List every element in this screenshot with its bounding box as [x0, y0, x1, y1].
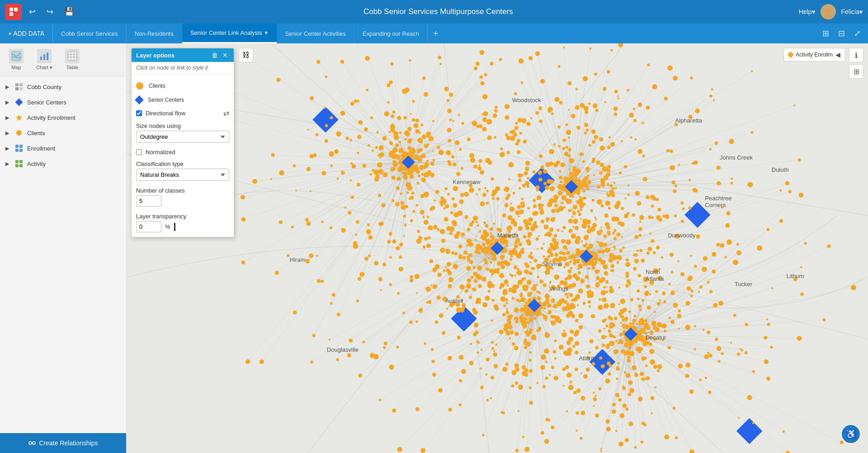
expand-arrow-clients[interactable]: ▶: [5, 130, 11, 136]
tab-cobb-senior[interactable]: Cobb Senior Services: [53, 24, 127, 43]
create-relationships-button[interactable]: Create Relationships: [0, 433, 126, 453]
relationships-icon: [28, 439, 36, 447]
svg-rect-2: [9, 12, 13, 16]
layer-options-header-buttons: 🗑 ✕: [210, 52, 229, 59]
redo-button[interactable]: ↪: [43, 5, 57, 19]
directional-flow-checkbox[interactable]: [136, 110, 142, 116]
classification-type-label: Classification type: [136, 158, 229, 169]
size-nodes-label: Size nodes using: [136, 120, 229, 131]
layer-label-enrollment: Enrollment: [27, 145, 55, 152]
tab-non-residents[interactable]: Non-Residents: [127, 24, 182, 43]
expand-button[interactable]: ⤢: [850, 27, 864, 40]
user-name[interactable]: Felicia▾: [841, 8, 863, 15]
svg-rect-7: [40, 57, 42, 60]
dropdown-arrow: ▼: [264, 30, 269, 35]
svg-point-16: [16, 130, 22, 136]
layer-label-cobb-county: Cobb County: [27, 84, 61, 90]
view-switcher: Map Chart ▾: [0, 43, 126, 76]
cobb-county-icon: [14, 82, 24, 91]
transparency-cursor: [174, 223, 175, 231]
svg-rect-9: [47, 52, 48, 60]
chart-icon: [37, 49, 52, 63]
svg-point-18: [33, 442, 35, 444]
svg-rect-10: [68, 52, 77, 61]
map-filter-button[interactable]: ⊞: [849, 64, 863, 79]
table-view-button[interactable]: Table: [61, 47, 83, 72]
main-content: Map Chart ▾: [0, 43, 868, 453]
layer-label-activity: Activity: [27, 160, 46, 167]
expand-arrow-cobb[interactable]: ▶: [5, 84, 11, 90]
svg-marker-15: [15, 114, 23, 121]
layer-item-activity[interactable]: ▶ Activity: [0, 156, 126, 171]
layer-options-panel: Layer options 🗑 ✕ Click on node or link …: [131, 48, 234, 237]
layer-item-enrollment[interactable]: ▶ Enrollment: [0, 141, 126, 156]
expand-arrow-enrollment[interactable]: ▶: [5, 146, 11, 151]
svg-point-4: [825, 7, 831, 13]
split-view-button[interactable]: ⊟: [835, 27, 849, 40]
layer-item-cobb-county[interactable]: ▶ Cobb County: [0, 79, 126, 94]
expand-arrow-activity[interactable]: ▶: [5, 161, 11, 167]
num-classes-label: Number of classes: [136, 184, 229, 195]
size-nodes-dropdown[interactable]: Outdegree Indegree Betweenness: [136, 131, 229, 143]
app-icon: [5, 4, 22, 20]
classification-type-dropdown[interactable]: Natural Breaks Equal Interval Quantile: [136, 169, 229, 181]
svg-point-17: [29, 442, 32, 444]
link-button-area: ⛓: [239, 48, 253, 62]
network-canvas: [127, 43, 868, 453]
add-tab-button[interactable]: +: [428, 24, 444, 43]
layer-label-senior-centers: Senior Centers: [27, 99, 66, 106]
expand-arrow-senior[interactable]: ▶: [5, 99, 11, 105]
normalized-checkbox[interactable]: [136, 149, 142, 155]
layer-options-body: Clients Senior Centers Directional flow …: [132, 74, 234, 237]
accessibility-button[interactable]: ♿: [841, 424, 861, 444]
size-nodes-dropdown-container: Outdegree Indegree Betweenness: [136, 131, 229, 143]
legend-diamond-icon: [788, 52, 794, 58]
enrollment-icon: [14, 144, 24, 153]
left-sidebar: Map Chart ▾: [0, 43, 127, 453]
num-classes-input[interactable]: [136, 195, 161, 207]
map-icon: [9, 49, 24, 63]
layer-item-clients[interactable]: ▶ Clients: [0, 125, 126, 141]
directional-flow-label: Directional flow: [146, 110, 185, 117]
clients-legend-label: Clients: [149, 83, 165, 89]
grid-view-button[interactable]: ⊞: [819, 27, 833, 40]
chart-view-button[interactable]: Chart ▾: [33, 47, 56, 72]
save-button[interactable]: 💾: [61, 5, 78, 19]
svg-rect-3: [14, 12, 18, 16]
activity-enrollment-icon: [14, 113, 24, 122]
map-info-button[interactable]: ℹ: [849, 48, 863, 62]
tab-activities[interactable]: Senior Center Activities: [277, 24, 354, 43]
legend-toggle-button[interactable]: ◀: [835, 51, 840, 58]
activity-icon: [14, 159, 24, 168]
chain-link-button[interactable]: ⛓: [239, 48, 253, 62]
layer-options-close-button[interactable]: ✕: [221, 52, 229, 59]
directional-flow-row: Directional flow ⇄: [136, 107, 229, 120]
num-classes-input-container: [136, 195, 229, 207]
map-view-button[interactable]: Map: [5, 47, 27, 72]
map-area[interactable]: Woodstock Alpharetta Kennesaw Johns Cree…: [127, 43, 868, 453]
tab-reach[interactable]: Expanding our Reach: [354, 24, 428, 43]
tab-link-analysis[interactable]: Senior Center Link Analysis ▼: [182, 24, 277, 43]
expand-arrow-activity-enroll[interactable]: ▶: [5, 115, 11, 121]
add-data-button[interactable]: + ADD DATA: [0, 24, 53, 43]
layer-label-clients: Clients: [27, 130, 45, 137]
layer-options-subtitle: Click on node or link to style it: [132, 62, 234, 74]
user-avatar: [821, 4, 836, 19]
layer-list: ▶ Cobb County ▶ Senior Centers: [0, 76, 126, 433]
transparency-label: Layer transparency: [136, 210, 229, 221]
help-button[interactable]: Help▾: [799, 8, 815, 15]
transparency-pct: %: [165, 223, 170, 230]
layer-options-header: Layer options 🗑 ✕: [132, 48, 234, 62]
legend-overlay-label: Activity Enrollm: [796, 52, 833, 58]
layer-item-senior-centers[interactable]: ▶ Senior Centers: [0, 94, 126, 110]
layer-item-activity-enrollment[interactable]: ▶ Activity Enrollment: [0, 110, 126, 125]
senior-centers-legend-label: Senior Centers: [148, 97, 184, 103]
layer-options-title: Layer options: [136, 52, 175, 59]
svg-rect-1: [14, 8, 18, 11]
clients-icon: [14, 128, 24, 137]
transparency-input[interactable]: [136, 221, 161, 232]
tab-bar: + ADD DATA Cobb Senior Services Non-Resi…: [0, 24, 868, 43]
top-toolbar: ↩ ↪ 💾 Cobb Senior Services Multipurpose …: [0, 0, 868, 24]
undo-button[interactable]: ↩: [25, 5, 39, 19]
layer-options-delete-button[interactable]: 🗑: [210, 52, 219, 59]
